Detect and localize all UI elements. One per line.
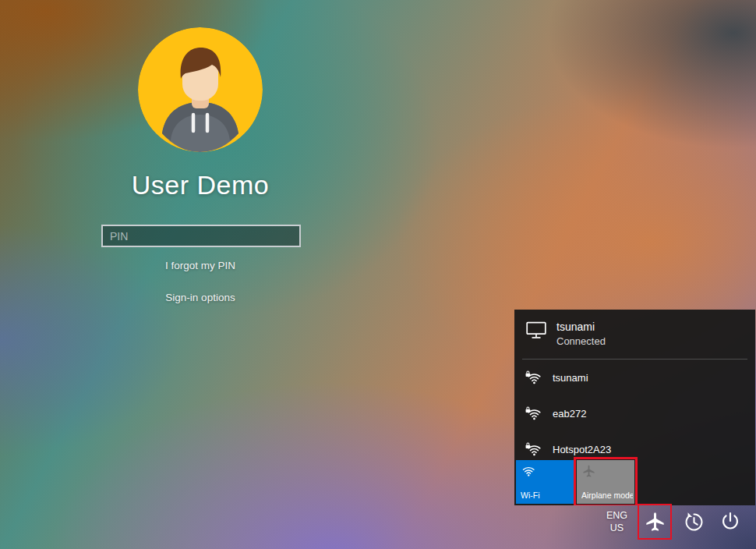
wifi-tile[interactable]: Wi-Fi (516, 460, 574, 504)
region-code: US (606, 522, 627, 534)
wifi-network-item[interactable]: tsunami (514, 360, 755, 395)
wifi-secured-icon (525, 406, 542, 421)
connected-network-status: Connected (556, 335, 606, 348)
airplane-mode-tile[interactable]: Airplane mode (577, 460, 634, 504)
signin-options-link[interactable]: Sign-in options (0, 292, 401, 303)
pin-input[interactable] (101, 225, 301, 247)
wifi-secured-icon (525, 370, 542, 385)
power-icon[interactable] (715, 506, 745, 537)
avatar (138, 27, 263, 152)
airplane-mode-tray-icon[interactable] (640, 506, 669, 537)
forgot-pin-link[interactable]: I forgot my PIN (0, 260, 401, 271)
wifi-icon (521, 465, 535, 477)
wifi-secured-icon (525, 442, 542, 457)
wifi-network-item[interactable]: eab272 (514, 395, 755, 431)
network-flyout: tsunami Connected tsunami (514, 310, 755, 505)
ethernet-icon (526, 321, 546, 339)
language-code: ENG (606, 509, 627, 522)
ease-of-access-icon[interactable] (679, 506, 708, 537)
user-name: User Demo (0, 170, 401, 200)
annotation-red-box (638, 504, 672, 540)
connected-network-name: tsunami (556, 320, 606, 334)
system-tray: ENG US (603, 504, 745, 540)
language-indicator[interactable]: ENG US (603, 509, 631, 534)
quick-actions: Wi-Fi Airplane mode (516, 460, 634, 504)
lock-screen: User Demo I forgot my PIN Sign-in option… (0, 0, 756, 549)
airplane-icon (582, 465, 595, 478)
connected-network-item[interactable]: tsunami Connected (514, 310, 755, 355)
